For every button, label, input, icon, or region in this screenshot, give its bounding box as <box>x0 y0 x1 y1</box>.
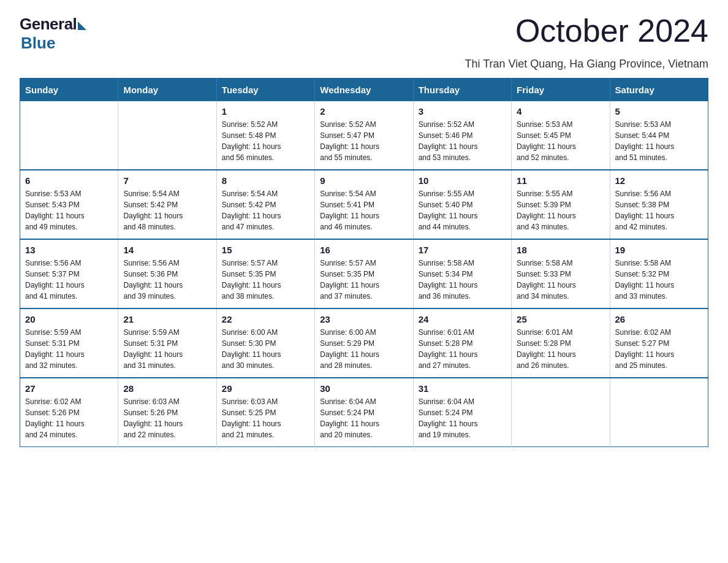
day-info: Sunrise: 5:56 AM Sunset: 5:37 PM Dayligh… <box>25 258 113 302</box>
calendar-cell: 9Sunrise: 5:54 AM Sunset: 5:41 PM Daylig… <box>315 170 413 239</box>
calendar-cell: 1Sunrise: 5:52 AM Sunset: 5:48 PM Daylig… <box>216 101 314 170</box>
day-info: Sunrise: 5:58 AM Sunset: 5:34 PM Dayligh… <box>419 258 506 302</box>
calendar-cell: 26Sunrise: 6:02 AM Sunset: 5:27 PM Dayli… <box>610 308 708 378</box>
day-number: 16 <box>320 245 408 255</box>
day-info: Sunrise: 5:59 AM Sunset: 5:31 PM Dayligh… <box>25 327 113 371</box>
calendar-cell: 17Sunrise: 5:58 AM Sunset: 5:34 PM Dayli… <box>413 239 511 308</box>
calendar-cell: 4Sunrise: 5:53 AM Sunset: 5:45 PM Daylig… <box>512 101 610 170</box>
weekday-header-tuesday: Tuesday <box>216 79 314 102</box>
calendar-cell: 31Sunrise: 6:04 AM Sunset: 5:24 PM Dayli… <box>413 378 511 447</box>
day-info: Sunrise: 5:52 AM Sunset: 5:47 PM Dayligh… <box>320 119 408 163</box>
day-number: 18 <box>517 245 604 255</box>
day-number: 11 <box>517 175 604 186</box>
calendar-cell <box>118 101 216 170</box>
calendar-cell: 24Sunrise: 6:01 AM Sunset: 5:28 PM Dayli… <box>413 308 511 378</box>
day-info: Sunrise: 5:55 AM Sunset: 5:39 PM Dayligh… <box>517 188 604 232</box>
calendar-header-row: SundayMondayTuesdayWednesdayThursdayFrid… <box>20 79 708 102</box>
day-info: Sunrise: 6:01 AM Sunset: 5:28 PM Dayligh… <box>517 327 604 371</box>
weekday-header-friday: Friday <box>512 79 610 102</box>
day-number: 13 <box>25 245 113 255</box>
calendar-week-row: 6Sunrise: 5:53 AM Sunset: 5:43 PM Daylig… <box>20 170 708 239</box>
calendar-cell: 30Sunrise: 6:04 AM Sunset: 5:24 PM Dayli… <box>315 378 413 447</box>
calendar-cell: 12Sunrise: 5:56 AM Sunset: 5:38 PM Dayli… <box>610 170 708 239</box>
day-number: 21 <box>123 314 211 324</box>
calendar-cell: 15Sunrise: 5:57 AM Sunset: 5:35 PM Dayli… <box>216 239 314 308</box>
day-number: 9 <box>320 175 408 186</box>
day-info: Sunrise: 5:52 AM Sunset: 5:46 PM Dayligh… <box>419 119 506 163</box>
logo-blue-text: Blue <box>21 34 55 53</box>
day-number: 22 <box>222 314 309 324</box>
calendar-table: SundayMondayTuesdayWednesdayThursdayFrid… <box>20 78 708 447</box>
day-number: 23 <box>320 314 408 324</box>
day-number: 17 <box>419 245 506 255</box>
day-number: 15 <box>222 245 309 255</box>
day-number: 10 <box>419 175 506 186</box>
calendar-week-row: 13Sunrise: 5:56 AM Sunset: 5:37 PM Dayli… <box>20 239 708 308</box>
day-number: 3 <box>419 106 506 117</box>
calendar-week-row: 1Sunrise: 5:52 AM Sunset: 5:48 PM Daylig… <box>20 101 708 170</box>
weekday-header-sunday: Sunday <box>20 79 118 102</box>
calendar-cell: 21Sunrise: 5:59 AM Sunset: 5:31 PM Dayli… <box>118 308 216 378</box>
day-info: Sunrise: 5:59 AM Sunset: 5:31 PM Dayligh… <box>123 327 211 371</box>
day-info: Sunrise: 5:56 AM Sunset: 5:38 PM Dayligh… <box>615 188 703 232</box>
calendar-cell: 7Sunrise: 5:54 AM Sunset: 5:42 PM Daylig… <box>118 170 216 239</box>
day-number: 14 <box>123 245 211 255</box>
day-info: Sunrise: 6:03 AM Sunset: 5:25 PM Dayligh… <box>222 396 309 440</box>
calendar-cell: 23Sunrise: 6:00 AM Sunset: 5:29 PM Dayli… <box>315 308 413 378</box>
calendar-cell: 11Sunrise: 5:55 AM Sunset: 5:39 PM Dayli… <box>512 170 610 239</box>
day-number: 28 <box>123 383 211 394</box>
weekday-header-monday: Monday <box>118 79 216 102</box>
day-info: Sunrise: 5:57 AM Sunset: 5:35 PM Dayligh… <box>222 258 309 302</box>
day-number: 1 <box>222 106 309 117</box>
weekday-header-saturday: Saturday <box>610 79 708 102</box>
day-info: Sunrise: 5:57 AM Sunset: 5:35 PM Dayligh… <box>320 258 408 302</box>
calendar-cell: 27Sunrise: 6:02 AM Sunset: 5:26 PM Dayli… <box>20 378 118 447</box>
day-number: 29 <box>222 383 309 394</box>
day-info: Sunrise: 6:03 AM Sunset: 5:26 PM Dayligh… <box>123 396 211 440</box>
day-info: Sunrise: 6:02 AM Sunset: 5:27 PM Dayligh… <box>615 327 703 371</box>
day-number: 5 <box>615 106 703 117</box>
day-info: Sunrise: 5:55 AM Sunset: 5:40 PM Dayligh… <box>419 188 506 232</box>
day-number: 26 <box>615 314 703 324</box>
month-title: October 2024 <box>515 15 708 47</box>
calendar-cell: 19Sunrise: 5:58 AM Sunset: 5:32 PM Dayli… <box>610 239 708 308</box>
calendar-week-row: 27Sunrise: 6:02 AM Sunset: 5:26 PM Dayli… <box>20 378 708 447</box>
day-info: Sunrise: 5:53 AM Sunset: 5:43 PM Dayligh… <box>25 188 113 232</box>
day-info: Sunrise: 5:52 AM Sunset: 5:48 PM Dayligh… <box>222 119 309 163</box>
day-number: 7 <box>123 175 211 186</box>
day-info: Sunrise: 6:02 AM Sunset: 5:26 PM Dayligh… <box>25 396 113 440</box>
calendar-cell: 8Sunrise: 5:54 AM Sunset: 5:42 PM Daylig… <box>216 170 314 239</box>
day-number: 25 <box>517 314 604 324</box>
day-number: 31 <box>419 383 506 394</box>
calendar-cell: 25Sunrise: 6:01 AM Sunset: 5:28 PM Dayli… <box>512 308 610 378</box>
calendar-cell: 20Sunrise: 5:59 AM Sunset: 5:31 PM Dayli… <box>20 308 118 378</box>
day-number: 12 <box>615 175 703 186</box>
logo: General Blue <box>20 15 86 53</box>
day-info: Sunrise: 5:54 AM Sunset: 5:42 PM Dayligh… <box>123 188 211 232</box>
day-info: Sunrise: 6:01 AM Sunset: 5:28 PM Dayligh… <box>419 327 506 371</box>
day-info: Sunrise: 5:58 AM Sunset: 5:33 PM Dayligh… <box>517 258 604 302</box>
weekday-header-wednesday: Wednesday <box>315 79 413 102</box>
day-info: Sunrise: 6:00 AM Sunset: 5:29 PM Dayligh… <box>320 327 408 371</box>
day-number: 20 <box>25 314 113 324</box>
day-info: Sunrise: 6:00 AM Sunset: 5:30 PM Dayligh… <box>222 327 309 371</box>
logo-general-text: General <box>20 15 77 34</box>
calendar-cell: 6Sunrise: 5:53 AM Sunset: 5:43 PM Daylig… <box>20 170 118 239</box>
calendar-cell: 3Sunrise: 5:52 AM Sunset: 5:46 PM Daylig… <box>413 101 511 170</box>
day-info: Sunrise: 5:53 AM Sunset: 5:45 PM Dayligh… <box>517 119 604 163</box>
day-info: Sunrise: 6:04 AM Sunset: 5:24 PM Dayligh… <box>419 396 506 440</box>
calendar-cell: 28Sunrise: 6:03 AM Sunset: 5:26 PM Dayli… <box>118 378 216 447</box>
weekday-header-thursday: Thursday <box>413 79 511 102</box>
day-info: Sunrise: 5:54 AM Sunset: 5:41 PM Dayligh… <box>320 188 408 232</box>
day-number: 6 <box>25 175 113 186</box>
calendar-cell <box>610 378 708 447</box>
page-header: General Blue October 2024 <box>20 15 708 53</box>
day-number: 8 <box>222 175 309 186</box>
calendar-cell <box>20 101 118 170</box>
day-info: Sunrise: 6:04 AM Sunset: 5:24 PM Dayligh… <box>320 396 408 440</box>
day-number: 19 <box>615 245 703 255</box>
location-subtitle: Thi Tran Viet Quang, Ha Giang Province, … <box>20 58 708 71</box>
day-number: 30 <box>320 383 408 394</box>
calendar-cell: 18Sunrise: 5:58 AM Sunset: 5:33 PM Dayli… <box>512 239 610 308</box>
day-number: 4 <box>517 106 604 117</box>
